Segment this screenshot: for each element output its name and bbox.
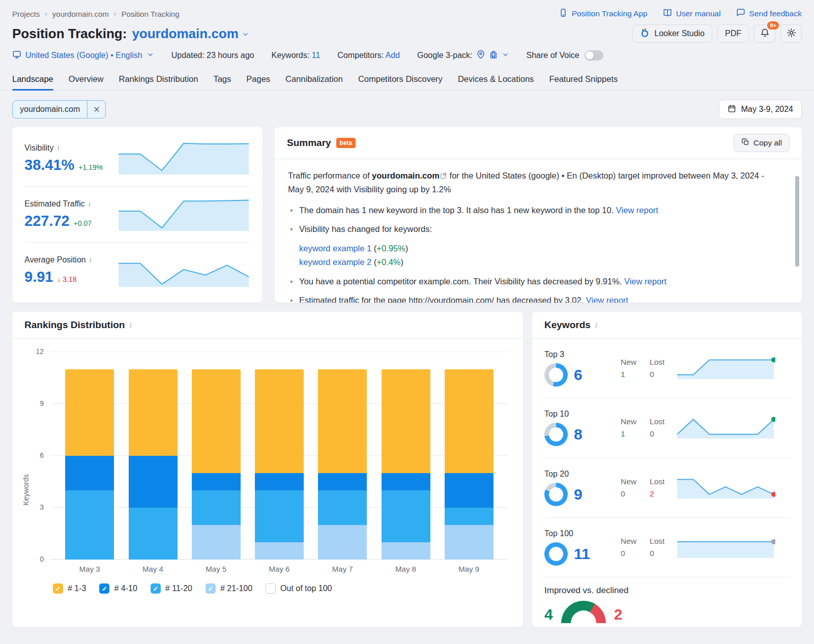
summary-link[interactable]: keyword example 2 — [299, 257, 371, 267]
bar-segment-11-20[interactable] — [318, 490, 367, 525]
bar-may-3[interactable] — [65, 369, 114, 560]
share-of-voice-toggle[interactable] — [585, 50, 603, 61]
keywords-count-link[interactable]: 11 — [312, 51, 321, 60]
summary-link[interactable]: View report — [616, 206, 658, 215]
bar-segment-11-20[interactable] — [382, 490, 430, 542]
bar-may-6[interactable] — [255, 369, 304, 560]
bar-segment-4-10[interactable] — [129, 456, 178, 508]
bar-segment-21-100[interactable] — [192, 525, 241, 560]
checked-checkbox-icon[interactable]: ✓ — [99, 583, 109, 594]
bar-segment-21-100[interactable] — [445, 525, 493, 560]
bar-may-4[interactable] — [129, 369, 178, 560]
competitors-add-link[interactable]: Add — [386, 51, 400, 60]
tab-rankings-distribution[interactable]: Rankings Distribution — [119, 71, 198, 90]
metric-value: 9.91 — [24, 269, 53, 285]
checked-checkbox-icon[interactable]: ✓ — [206, 583, 216, 594]
info-icon[interactable]: i — [129, 321, 131, 330]
settings-button[interactable] — [780, 24, 802, 43]
copy-all-button[interactable]: Copy all — [734, 134, 790, 152]
bar-segment-4-10[interactable] — [192, 473, 241, 490]
bar-segment-4-10[interactable] — [445, 473, 493, 508]
bar-segment-11-20[interactable] — [445, 508, 493, 525]
send-feedback-link[interactable]: Send feedback — [736, 8, 802, 19]
external-link-icon[interactable] — [440, 170, 447, 183]
page-title: Position Tracking: — [12, 26, 127, 42]
notifications-button[interactable]: 9+ — [754, 24, 775, 43]
bar-segment-1-3[interactable] — [65, 369, 114, 456]
bar-segment-1-3[interactable] — [129, 369, 178, 456]
bar-segment-21-100[interactable] — [382, 542, 430, 560]
bar-segment-21-100[interactable] — [318, 525, 367, 560]
donut-chart — [544, 542, 568, 566]
bar-segment-11-20[interactable] — [192, 490, 241, 525]
keywords-row-top-3[interactable]: Top 36New1Lost0 — [544, 339, 790, 398]
bar-segment-1-3[interactable] — [318, 369, 367, 473]
breadcrumb-item[interactable]: yourdomain.com — [52, 10, 109, 18]
building-icon[interactable] — [489, 50, 498, 61]
tab-featured-snippets[interactable]: Featured Snippets — [549, 71, 618, 90]
bar-segment-11-20[interactable] — [129, 508, 178, 560]
summary-link[interactable]: View report — [586, 296, 628, 303]
bar-may-8[interactable] — [382, 369, 430, 560]
summary-scrollbar[interactable] — [795, 176, 799, 267]
unchecked-checkbox-icon[interactable] — [266, 583, 276, 594]
bar-segment-4-10[interactable] — [318, 473, 367, 490]
bar-segment-4-10[interactable] — [65, 456, 114, 490]
info-icon[interactable]: i — [57, 143, 60, 152]
breadcrumb-item[interactable]: Projects — [12, 10, 40, 18]
info-icon[interactable]: i — [595, 321, 597, 330]
bar-segment-11-20[interactable] — [255, 490, 304, 542]
pdf-export-button[interactable]: PDF — [717, 24, 749, 43]
summary-link[interactable]: View report — [624, 277, 666, 286]
checked-checkbox-icon[interactable]: ✓ — [151, 583, 161, 594]
keywords-row-top-100[interactable]: Top 10011New0Lost0 — [544, 517, 790, 577]
bar-segment-1-3[interactable] — [445, 369, 493, 473]
project-domain-selector[interactable]: yourdomain.com — [132, 26, 249, 42]
bar-segment-11-20[interactable] — [65, 490, 114, 560]
new-count: 0 — [621, 549, 636, 558]
summary-link[interactable]: keyword example 1 — [299, 244, 371, 253]
bar-segment-21-100[interactable] — [255, 542, 304, 560]
tab-landscape[interactable]: Landscape — [12, 71, 53, 90]
bar-may-5[interactable] — [192, 369, 241, 560]
bar-may-7[interactable] — [318, 369, 367, 560]
bar-segment-4-10[interactable] — [382, 473, 430, 490]
legend-checkbox--11-20[interactable]: ✓# 11-20 — [151, 583, 192, 594]
legend-checkbox--21-100[interactable]: ✓# 21-100 — [206, 583, 252, 594]
bar-segment-1-3[interactable] — [192, 369, 241, 473]
lost-count: 0 — [650, 549, 664, 558]
improved-vs-declined: Improved vs. declined42 — [544, 577, 790, 627]
date-range-picker[interactable]: May 3-9, 2024 — [719, 100, 802, 119]
map-pin-icon[interactable] — [476, 50, 485, 61]
chevron-down-icon[interactable] — [502, 51, 509, 61]
tab-competitors-discovery[interactable]: Competitors Discovery — [358, 71, 443, 90]
tab-cannibalization[interactable]: Cannibalization — [285, 71, 343, 90]
keywords-count-value: 11 — [574, 545, 590, 563]
tab-devices-locations[interactable]: Devices & Locations — [458, 71, 534, 90]
legend-checkbox--4-10[interactable]: ✓# 4-10 — [99, 583, 137, 594]
position-tracking-page: Projects›yourdomain.com›Position Trackin… — [0, 0, 814, 644]
bar-segment-1-3[interactable] — [255, 369, 304, 473]
keywords-count: Keywords: 11 — [272, 51, 321, 60]
legend-checkbox-out-of-top-100[interactable]: Out of top 100 — [266, 583, 332, 594]
keywords-row-top-10[interactable]: Top 108New1Lost0 — [544, 398, 790, 457]
remove-filter-button[interactable] — [87, 100, 105, 119]
bar-segment-1-3[interactable] — [382, 369, 430, 473]
bar-segment-4-10[interactable] — [255, 473, 304, 490]
location-language-selector[interactable]: United States (Google) • English — [12, 50, 154, 61]
bar-may-9[interactable] — [445, 369, 493, 560]
tab-pages[interactable]: Pages — [246, 71, 270, 90]
notifications-badge: 9+ — [767, 21, 779, 30]
info-icon[interactable]: i — [89, 200, 91, 209]
position-tracking-app-link[interactable]: Position Tracking App — [559, 8, 648, 19]
info-icon[interactable]: i — [90, 256, 92, 265]
keywords-row-top-20[interactable]: Top 209New0Lost2 — [544, 458, 790, 517]
checked-checkbox-icon[interactable]: ✓ — [53, 583, 63, 594]
improved-declined-label: Improved vs. declined — [544, 586, 790, 596]
looker-studio-button[interactable]: Looker Studio — [632, 24, 712, 43]
tab-overview[interactable]: Overview — [69, 71, 104, 90]
keywords-row-label: Top 10 — [544, 409, 621, 419]
user-manual-link[interactable]: User manual — [663, 8, 721, 19]
legend-checkbox--1-3[interactable]: ✓# 1-3 — [53, 583, 86, 594]
tab-tags[interactable]: Tags — [213, 71, 231, 90]
